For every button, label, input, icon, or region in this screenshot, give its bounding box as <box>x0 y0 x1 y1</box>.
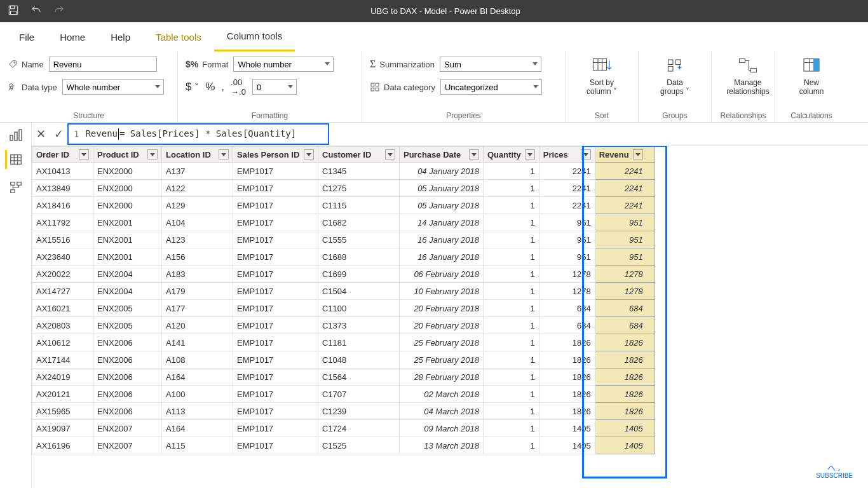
table-cell[interactable]: ENX2000 <box>93 197 162 214</box>
table-cell[interactable]: AX13849 <box>32 180 93 197</box>
table-row[interactable]: AX18416ENX2000A129EMP1017C111505 January… <box>32 197 655 214</box>
tab-home[interactable]: Home <box>47 22 98 51</box>
new-column-button[interactable]: New column <box>783 55 840 97</box>
table-cell[interactable]: 1 <box>484 369 539 386</box>
table-cell[interactable]: 1278 <box>539 266 595 283</box>
table-cell[interactable]: AX18416 <box>32 197 93 214</box>
table-cell[interactable]: 04 January 2018 <box>400 163 484 180</box>
sort-by-column-button[interactable]: Sort by column ˅ <box>573 55 630 97</box>
table-cell[interactable]: EMP1017 <box>233 197 318 214</box>
table-cell[interactable]: EMP1017 <box>233 369 318 386</box>
tab-table-tools[interactable]: Table tools <box>143 22 214 51</box>
table-cell[interactable]: 684 <box>539 317 595 334</box>
decimal-button[interactable]: .00→.0 <box>231 78 246 97</box>
percent-button[interactable]: % <box>205 81 215 93</box>
table-cell[interactable]: ENX2000 <box>93 180 162 197</box>
filter-icon[interactable] <box>385 149 395 159</box>
table-cell[interactable]: A123 <box>162 231 233 248</box>
table-cell[interactable]: 1278 <box>595 266 654 283</box>
table-cell[interactable]: 28 February 2018 <box>400 369 484 386</box>
data-type-select[interactable] <box>62 79 164 95</box>
table-cell[interactable]: A108 <box>162 351 233 369</box>
table-cell[interactable]: C1525 <box>318 437 400 454</box>
table-cell[interactable]: 1 <box>484 437 539 454</box>
table-cell[interactable]: A129 <box>162 197 233 214</box>
table-cell[interactable]: ENX2000 <box>93 163 162 180</box>
table-cell[interactable]: C1115 <box>318 197 400 214</box>
column-header[interactable]: Customer ID <box>318 147 400 163</box>
table-cell[interactable]: C1048 <box>318 351 400 369</box>
table-cell[interactable]: 2241 <box>595 163 654 180</box>
table-cell[interactable]: ENX2006 <box>93 351 162 369</box>
table-row[interactable]: AX20803ENX2005A120EMP1017C137320 Februar… <box>32 317 655 334</box>
table-cell[interactable]: 16 January 2018 <box>400 248 484 266</box>
table-cell[interactable]: EMP1017 <box>233 300 318 317</box>
table-cell[interactable]: AX20022 <box>32 266 93 283</box>
table-cell[interactable]: 684 <box>595 317 654 334</box>
table-cell[interactable]: 1 <box>484 386 539 403</box>
table-cell[interactable]: 1 <box>484 317 539 334</box>
table-cell[interactable]: 1 <box>484 248 539 266</box>
table-cell[interactable]: 1 <box>484 420 539 437</box>
table-row[interactable]: AX20121ENX2006A100EMP1017C170702 March 2… <box>32 386 655 403</box>
name-input[interactable] <box>49 57 157 72</box>
filter-icon[interactable] <box>147 149 158 159</box>
table-cell[interactable]: 2241 <box>539 180 595 197</box>
table-cell[interactable]: 1 <box>484 163 539 180</box>
table-row[interactable]: AX19097ENX2007A164EMP1017C172409 March 2… <box>32 420 655 437</box>
table-cell[interactable]: A115 <box>162 437 233 454</box>
column-header[interactable]: Sales Person ID <box>233 147 318 163</box>
table-cell[interactable]: AX14727 <box>32 283 93 300</box>
table-cell[interactable]: AX11792 <box>32 214 93 231</box>
table-cell[interactable]: 2241 <box>595 197 654 214</box>
model-view-icon[interactable] <box>6 178 25 197</box>
table-cell[interactable]: A164 <box>162 420 233 437</box>
tab-column-tools[interactable]: Column tools <box>214 22 295 51</box>
table-row[interactable]: AX15965ENX2006A113EMP1017C123904 March 2… <box>32 403 655 420</box>
table-row[interactable]: AX15516ENX2001A123EMP1017C155516 January… <box>32 231 655 248</box>
table-cell[interactable]: A164 <box>162 369 233 386</box>
table-cell[interactable]: A122 <box>162 180 233 197</box>
column-header[interactable]: Purchase Date <box>400 147 484 163</box>
table-cell[interactable]: 1 <box>484 266 539 283</box>
table-cell[interactable]: C1345 <box>318 163 400 180</box>
table-cell[interactable]: 951 <box>595 214 654 231</box>
table-cell[interactable]: EMP1017 <box>233 266 318 283</box>
table-cell[interactable]: AX19097 <box>32 420 93 437</box>
table-cell[interactable]: 14 January 2018 <box>400 214 484 231</box>
table-cell[interactable]: ENX2006 <box>93 386 162 403</box>
table-cell[interactable]: 951 <box>595 231 654 248</box>
table-cell[interactable]: 951 <box>539 231 595 248</box>
table-cell[interactable]: AX16196 <box>32 437 93 454</box>
table-cell[interactable]: 1826 <box>539 369 595 386</box>
table-cell[interactable]: ENX2007 <box>93 437 162 454</box>
save-icon[interactable] <box>8 4 19 18</box>
table-cell[interactable]: 16 January 2018 <box>400 231 484 248</box>
decimal-places-input[interactable] <box>252 79 297 95</box>
table-cell[interactable]: 1 <box>484 214 539 231</box>
table-cell[interactable]: AX15516 <box>32 231 93 248</box>
table-cell[interactable]: 1405 <box>539 437 595 454</box>
table-cell[interactable]: A177 <box>162 300 233 317</box>
table-cell[interactable]: 25 February 2018 <box>400 351 484 369</box>
table-cell[interactable]: EMP1017 <box>233 214 318 231</box>
table-cell[interactable]: ENX2006 <box>93 369 162 386</box>
table-cell[interactable]: 1826 <box>539 386 595 403</box>
data-view-icon[interactable] <box>5 150 24 169</box>
manage-relationships-button[interactable]: Manage relationships <box>719 55 776 97</box>
table-row[interactable]: AX11792ENX2001A104EMP1017C168214 January… <box>32 214 655 231</box>
table-cell[interactable]: 1 <box>484 231 539 248</box>
table-cell[interactable]: 1278 <box>539 283 595 300</box>
table-cell[interactable]: A104 <box>162 214 233 231</box>
column-header[interactable]: Location ID <box>162 147 233 163</box>
table-cell[interactable]: 1 <box>484 180 539 197</box>
table-cell[interactable]: A183 <box>162 266 233 283</box>
table-cell[interactable]: EMP1017 <box>233 317 318 334</box>
table-cell[interactable]: ENX2001 <box>93 248 162 266</box>
report-view-icon[interactable] <box>0 123 32 146</box>
tab-help[interactable]: Help <box>98 22 143 51</box>
table-row[interactable]: AX13849ENX2000A122EMP1017C127505 January… <box>32 180 655 197</box>
table-cell[interactable]: EMP1017 <box>233 386 318 403</box>
table-cell[interactable]: ENX2006 <box>93 403 162 420</box>
filter-icon[interactable] <box>581 149 591 159</box>
